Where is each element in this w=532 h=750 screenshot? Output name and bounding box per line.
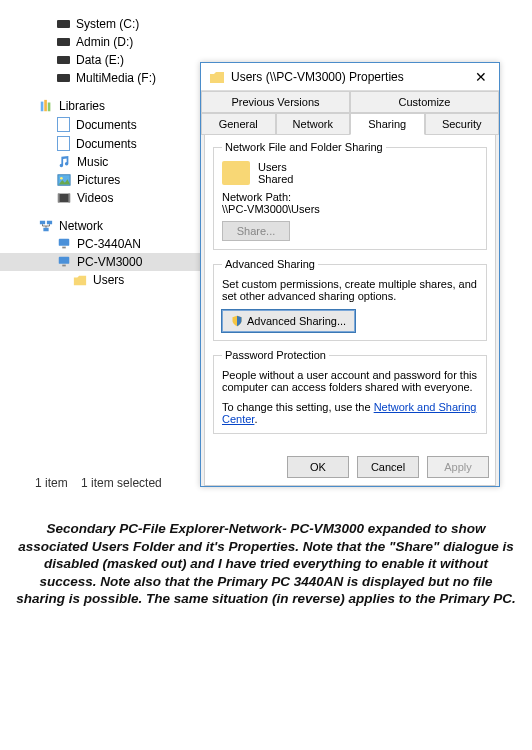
documents-icon [57,136,70,151]
network-icon [39,219,53,233]
window-title: Users (\\PC-VM3000) Properties [231,70,471,84]
documents-icon [57,117,70,132]
close-button[interactable]: ✕ [471,69,491,85]
folder-icon [209,69,225,85]
drive-label: Admin (D:) [76,35,133,49]
svg-point-4 [60,177,63,180]
library-item[interactable]: Documents [35,134,205,153]
status-bar: 1 item 1 item selected [35,476,172,490]
svg-rect-14 [62,265,66,267]
svg-rect-11 [59,239,70,246]
cancel-button[interactable]: Cancel [357,456,419,478]
svg-rect-2 [48,103,51,112]
advanced-sharing-group: Advanced Sharing Set custom permissions,… [213,258,487,341]
share-label: Users [93,273,124,287]
tabs-row-1: Previous Versions Customize [201,91,499,113]
drive-item[interactable]: System (C:) [35,15,205,33]
share-state: Shared [258,173,293,185]
pwd-text2-line: To change this setting, use the Network … [222,401,478,425]
pwd-text1: People without a user account and passwo… [222,369,478,393]
network-computer[interactable]: PC-VM3000 [0,253,205,271]
libraries-node[interactable]: Libraries [35,97,205,115]
drive-label: System (C:) [76,17,139,31]
library-item[interactable]: Videos [35,189,205,207]
svg-rect-5 [58,194,70,203]
tab-network[interactable]: Network [276,113,351,135]
tabs-row-2: General Network Sharing Security [201,113,499,135]
music-icon [57,155,71,169]
users-folder-icon [73,273,87,287]
pwd-text2: To change this setting, use the [222,401,374,413]
tab-body: Network File and Folder Sharing Users Sh… [204,134,496,486]
drive-icon [57,38,70,46]
adv-text: Set custom permissions, create multiple … [222,278,478,302]
password-protection-group: Password Protection People without a use… [213,349,487,434]
network-computer[interactable]: PC-3440AN [35,235,205,253]
network-path-value: \\PC-VM3000\Users [222,203,478,215]
shield-icon [231,315,243,327]
drive-icon [57,20,70,28]
library-label: Music [77,155,108,169]
svg-rect-12 [62,247,66,249]
svg-rect-13 [59,257,70,264]
pwd-period: . [254,413,257,425]
library-item[interactable]: Documents [35,115,205,134]
drive-label: Data (E:) [76,53,124,67]
tab-previous-versions[interactable]: Previous Versions [201,91,350,113]
network-node[interactable]: Network [35,217,205,235]
adv-btn-label: Advanced Sharing... [247,315,346,327]
libraries-label: Libraries [59,99,105,113]
network-share[interactable]: Users [35,271,205,289]
ok-button[interactable]: OK [287,456,349,478]
network-path-label: Network Path: [222,191,478,203]
nfs-legend: Network File and Folder Sharing [222,141,386,153]
drive-item[interactable]: Admin (D:) [35,33,205,51]
library-label: Documents [76,137,137,151]
drive-item[interactable]: Data (E:) [35,51,205,69]
svg-rect-10 [43,228,48,232]
status-selected: 1 item selected [81,476,162,490]
tab-sharing[interactable]: Sharing [350,113,425,135]
properties-window: Users (\\PC-VM3000) Properties ✕ Previou… [200,62,500,487]
library-label: Videos [77,191,113,205]
svg-rect-8 [40,221,45,225]
apply-button: Apply [427,456,489,478]
libraries-icon [39,99,53,113]
svg-rect-7 [68,194,70,203]
pictures-icon [57,173,71,187]
svg-rect-1 [44,100,47,111]
computer-icon [57,237,71,251]
svg-rect-9 [47,221,52,225]
tab-security[interactable]: Security [425,113,500,135]
network-label: Network [59,219,103,233]
adv-legend: Advanced Sharing [222,258,318,270]
status-count: 1 item [35,476,68,490]
caption-text: Secondary PC-File Explorer-Network- PC-V… [16,520,516,608]
tab-customize[interactable]: Customize [350,91,499,113]
title-bar[interactable]: Users (\\PC-VM3000) Properties ✕ [201,63,499,91]
drive-icon [57,74,70,82]
svg-rect-0 [41,102,44,112]
advanced-sharing-button[interactable]: Advanced Sharing... [222,310,355,332]
drive-item[interactable]: MultiMedia (F:) [35,69,205,87]
library-label: Pictures [77,173,120,187]
share-name: Users [258,161,293,173]
explorer-tree: System (C:) Admin (D:) Data (E:) MultiMe… [35,15,205,289]
share-button: Share... [222,221,290,241]
drive-icon [57,56,70,64]
computer-icon [57,255,71,269]
computer-label: PC-3440AN [77,237,141,251]
shared-folder-icon [222,161,250,185]
videos-icon [57,191,71,205]
library-item[interactable]: Music [35,153,205,171]
tab-general[interactable]: General [201,113,276,135]
svg-rect-6 [58,194,60,203]
library-label: Documents [76,118,137,132]
drive-label: MultiMedia (F:) [76,71,156,85]
computer-label: PC-VM3000 [77,255,142,269]
dialog-buttons: OK Cancel Apply [287,456,489,478]
pwd-legend: Password Protection [222,349,329,361]
library-item[interactable]: Pictures [35,171,205,189]
network-file-sharing-group: Network File and Folder Sharing Users Sh… [213,141,487,250]
